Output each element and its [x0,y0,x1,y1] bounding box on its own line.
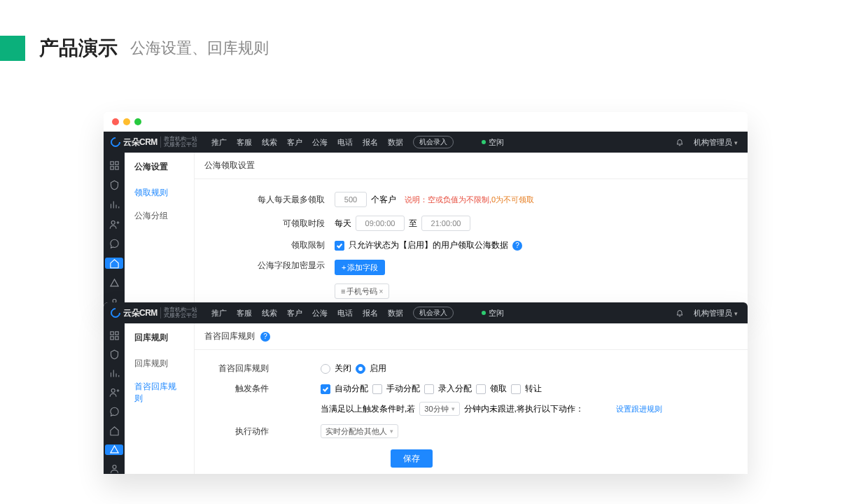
nav-kefu[interactable]: 客服 [237,308,252,318]
nav-tuiguang[interactable]: 推广 [211,137,227,148]
svg-point-15 [113,465,116,468]
limit-text: 只允许状态为【启用】的用户领取公海数据 [349,239,508,251]
window-gonghai-settings: 云朵CRM 教育机构一站 式服务云平台 推广 客服 线索 客户 公海 电话 报名… [104,112,748,308]
user-menu[interactable]: 机构管理员 ▾ [694,308,738,318]
topnav: 推广 客服 线索 客户 公海 电话 报名 数据 机会录入 [211,307,454,319]
iconbar-item-1[interactable] [105,330,123,341]
nav-jihuiluru[interactable]: 机会录入 [413,136,454,148]
subside-item-huiku[interactable]: 回库规则 [125,352,194,375]
nav-baoming[interactable]: 报名 [363,137,378,148]
iconbar-item-5[interactable] [105,238,123,249]
time-start-input[interactable] [356,216,405,231]
nav-kehu[interactable]: 客户 [287,308,302,318]
nav-dianhua[interactable]: 电话 [337,137,353,148]
topbar: 云朵CRM 教育机构一站 式服务云平台 推广 客服 线索 客户 公海 电话 报名… [104,302,748,323]
nav-gonghai[interactable]: 公海 [312,308,328,318]
save-button[interactable]: 保存 [391,449,433,468]
mac-zoom-icon[interactable] [134,118,141,125]
mac-close-icon[interactable] [112,118,119,125]
logo: 云朵CRM 教育机构一站 式服务云平台 [104,307,204,319]
iconbar-item-8[interactable] [105,463,123,474]
iconbar-item-3[interactable] [105,199,123,210]
subside-item-shouzi[interactable]: 首咨回库规则 [125,375,194,410]
chk-manual[interactable] [372,384,382,394]
action-select[interactable]: 实时分配给其他人 ▾ [321,424,398,438]
logo: 云朵CRM 教育机构一站 式服务云平台 [104,136,204,148]
set-rule-link[interactable]: 设置跟进规则 [616,404,662,414]
iconbar-item-7-active[interactable] [105,444,123,455]
subside-item-fenzu[interactable]: 公海分组 [125,204,194,227]
chk-auto[interactable] [321,384,330,394]
logo-icon [108,306,122,320]
content-title: 公海领取设置 [195,153,748,179]
iconbar-item-6-active[interactable] [105,258,123,269]
nav-kehu[interactable]: 客户 [287,137,302,148]
help-icon[interactable]: ? [260,332,270,342]
svg-point-4 [111,220,115,224]
minutes-select[interactable]: 30分钟 ▾ [419,402,459,416]
nav-xiansuo[interactable]: 线索 [262,137,277,148]
time-sep: 至 [409,218,417,230]
nav-shuju[interactable]: 数据 [388,137,403,148]
plus-icon: + [342,263,346,272]
add-field-button[interactable]: +添加字段 [335,260,385,275]
nav-shuju[interactable]: 数据 [388,308,403,318]
nav-gonghai[interactable]: 公海 [312,137,328,148]
iconbar-item-1[interactable] [105,160,123,171]
chk-zhuanrang[interactable] [511,384,521,394]
cond-suffix: 分钟内未跟进,将执行以下动作： [464,403,584,415]
nav-xiansuo[interactable]: 线索 [262,308,277,318]
logo-sub2: 式服务云平台 [164,142,197,148]
iconbar-item-2[interactable] [105,349,123,360]
slide-subtitle: 公海设置、回库规则 [130,38,269,59]
status-indicator: 空闲 [482,308,504,318]
iconbar-item-5[interactable] [105,407,123,417]
off-label: 关闭 [335,363,351,374]
radio-off[interactable] [321,364,330,374]
iconbar-item-6[interactable] [105,426,123,436]
status-text: 空闲 [489,308,504,318]
opt-manual: 手动分配 [386,383,420,395]
status-text: 空闲 [489,137,504,148]
iconbar-item-4[interactable] [105,218,123,230]
nav-jihuiluru[interactable]: 机会录入 [413,307,454,319]
max-claim-input[interactable] [335,192,367,207]
iconbar-item-2[interactable] [105,179,123,190]
drag-icon: ≡ [341,287,345,295]
chk-luru[interactable] [424,384,434,394]
user-menu[interactable]: 机构管理员 ▾ [694,137,738,148]
cond-prefix: 当满足以上触发条件时,若 [321,403,415,415]
field-tag-phone[interactable]: ≡手机号码 × [335,284,389,299]
remove-tag-icon[interactable]: × [379,288,383,295]
bell-icon[interactable] [676,309,684,317]
nav-dianhua[interactable]: 电话 [337,308,353,318]
slide-title: 产品演示 [39,35,118,62]
time-end-input[interactable] [421,216,470,231]
iconbar [104,323,125,474]
nav-tuiguang[interactable]: 推广 [211,308,227,318]
radio-on[interactable] [356,364,365,374]
subside-title: 公海设置 [125,153,194,181]
svg-rect-10 [110,337,113,340]
opt-lingqu: 领取 [490,383,507,395]
svg-rect-3 [115,166,118,169]
chevron-down-icon: ▾ [734,310,738,317]
bell-icon[interactable] [676,138,684,146]
iconbar-item-7[interactable] [105,277,123,288]
iconbar-item-4[interactable] [105,387,123,398]
limit-checkbox[interactable] [335,241,344,251]
nav-kefu[interactable]: 客服 [237,137,252,148]
content-title-row: 首咨回库规则 ? [195,323,748,350]
encrypt-label: 公海字段加密显示 [195,260,335,272]
subside-item-lingqu[interactable]: 领取规则 [125,181,194,204]
nav-baoming[interactable]: 报名 [363,308,378,318]
svg-rect-9 [115,332,118,335]
help-icon[interactable]: ? [512,241,522,251]
rule-label: 首咨回库规则 [195,363,279,374]
topbar: 云朵CRM 教育机构一站 式服务云平台 推广 客服 线索 客户 公海 电话 报名… [104,132,748,153]
chk-lingqu[interactable] [476,384,486,394]
mac-minimize-icon[interactable] [123,118,130,125]
max-claim-hint: 说明：空或负值为不限制,0为不可领取 [405,195,534,205]
opt-auto: 自动分配 [335,383,368,395]
iconbar-item-3[interactable] [105,368,123,379]
